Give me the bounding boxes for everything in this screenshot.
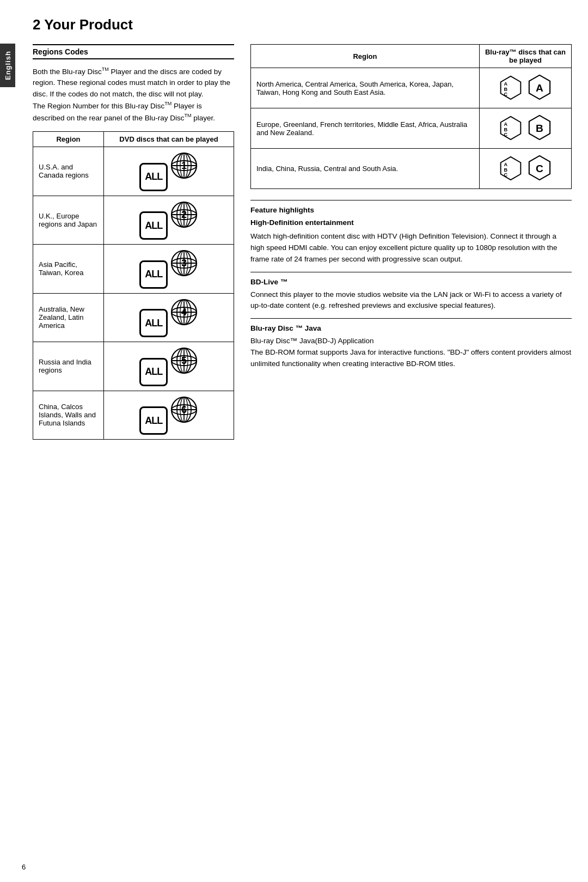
dvd-col2-header: DVD discs that can be played xyxy=(104,132,234,147)
all-badge: ALL xyxy=(139,406,168,435)
dvd-region-table: Region DVD discs that can be played U.S.… xyxy=(33,131,234,440)
all-badge: ALL xyxy=(139,211,168,240)
all-badge: ALL xyxy=(139,260,168,289)
page-number: 6 xyxy=(22,863,26,871)
region-name: Asia Pacific, Taiwan, Korea xyxy=(33,245,104,294)
table-row: U.S.A. and Canada regions ALL 1 xyxy=(33,147,234,196)
svg-text:C: C xyxy=(504,92,508,97)
region-name: China, Calcos Islands, Walls and Futuna … xyxy=(33,391,104,440)
num-icon: 6 xyxy=(170,396,198,424)
section-title: Regions Codes xyxy=(33,44,234,59)
region-icons: ALL 2 xyxy=(104,196,234,245)
left-column: Regions Codes Both the Blu-ray DiscTM Pl… xyxy=(33,44,234,440)
bluray-region-name: North America, Central America, South Am… xyxy=(251,68,480,108)
feature-text: Watch high-definition content disc with … xyxy=(250,231,572,265)
svg-text:C: C xyxy=(504,132,508,137)
svg-text:5: 5 xyxy=(181,355,187,366)
feature-text: Blu-ray Disc™ Java(BD-J) Application The… xyxy=(250,336,572,370)
feature-divider xyxy=(250,318,572,319)
svg-text:B: B xyxy=(536,123,543,134)
dvd-col1-header: Region xyxy=(33,132,104,147)
table-row: India, China, Russia, Central and South … xyxy=(251,149,572,189)
table-row: Russia and India regions ALL 5 xyxy=(33,342,234,391)
bluray-region-icons: A B C B xyxy=(479,108,571,149)
svg-text:C: C xyxy=(536,163,543,174)
num-icon: 1 xyxy=(170,151,198,180)
feature-section: Feature highlightsHigh-Definition entert… xyxy=(250,200,572,370)
svg-text:A: A xyxy=(504,162,508,167)
table-row: Australia, New Zealand, Latin America AL… xyxy=(33,293,234,342)
region-icons: ALL 5 xyxy=(104,342,234,391)
svg-text:C: C xyxy=(504,172,508,178)
feature-title: Blu-ray Disc ™ Java xyxy=(250,323,572,334)
feature-divider xyxy=(250,272,572,272)
sidebar-english-tab: English xyxy=(0,44,15,87)
num-icon: 5 xyxy=(170,346,198,375)
table-row: Europe, Greenland, French territories, M… xyxy=(251,108,572,149)
svg-text:A: A xyxy=(504,81,508,87)
bluray-col1-header: Region xyxy=(251,45,480,68)
feature-divider xyxy=(250,200,572,200)
all-badge: ALL xyxy=(139,358,168,386)
feature-text: Connect this player to the movie studios… xyxy=(250,289,572,312)
region-icons: ALL 1 xyxy=(104,147,234,196)
table-row: Asia Pacific, Taiwan, Korea ALL 3 xyxy=(33,245,234,294)
region-name: Australia, New Zealand, Latin America xyxy=(33,293,104,342)
all-badge: ALL xyxy=(139,309,168,337)
region-name: U.S.A. and Canada regions xyxy=(33,147,104,196)
region-icons: ALL 6 xyxy=(104,391,234,440)
svg-text:3: 3 xyxy=(181,258,187,269)
table-row: China, Calcos Islands, Walls and Futuna … xyxy=(33,391,234,440)
right-column: Region Blu-ray™ discs that can be played… xyxy=(250,44,572,440)
region-icons: ALL 4 xyxy=(104,293,234,342)
bluray-region-table: Region Blu-ray™ discs that can be played… xyxy=(250,44,572,189)
num-icon: 3 xyxy=(170,249,198,277)
svg-text:B: B xyxy=(504,127,508,132)
feature-subtitle: High-Definition entertainment xyxy=(250,217,572,229)
svg-text:4: 4 xyxy=(181,307,187,318)
svg-text:1: 1 xyxy=(181,160,187,171)
num-icon: 2 xyxy=(170,200,198,229)
feature-title: BD-Live ™ xyxy=(250,277,572,288)
all-badge: ALL xyxy=(139,163,168,191)
region-icons: ALL 3 xyxy=(104,245,234,294)
table-row: U.K., Europe regions and Japan ALL 2 xyxy=(33,196,234,245)
page-title: 2 Your Product xyxy=(33,16,572,33)
bluray-col2-header: Blu-ray™ discs that can be played xyxy=(479,45,571,68)
svg-text:B: B xyxy=(504,87,508,92)
svg-text:B: B xyxy=(504,167,508,173)
region-name: U.K., Europe regions and Japan xyxy=(33,196,104,245)
svg-text:A: A xyxy=(536,82,543,94)
bluray-region-icons: A B C A xyxy=(479,68,571,108)
bluray-region-name: Europe, Greenland, French territories, M… xyxy=(251,108,480,149)
svg-text:6: 6 xyxy=(181,404,187,415)
intro-paragraph-1: Both the Blu-ray DiscTM Player and the d… xyxy=(33,66,234,124)
region-name: Russia and India regions xyxy=(33,342,104,391)
bluray-region-icons: A B C C xyxy=(479,149,571,189)
svg-text:A: A xyxy=(504,121,508,127)
feature-title: Feature highlights xyxy=(250,205,572,216)
bluray-region-name: India, China, Russia, Central and South … xyxy=(251,149,480,189)
num-icon: 4 xyxy=(170,298,198,326)
svg-text:2: 2 xyxy=(181,209,187,220)
table-row: North America, Central America, South Am… xyxy=(251,68,572,108)
